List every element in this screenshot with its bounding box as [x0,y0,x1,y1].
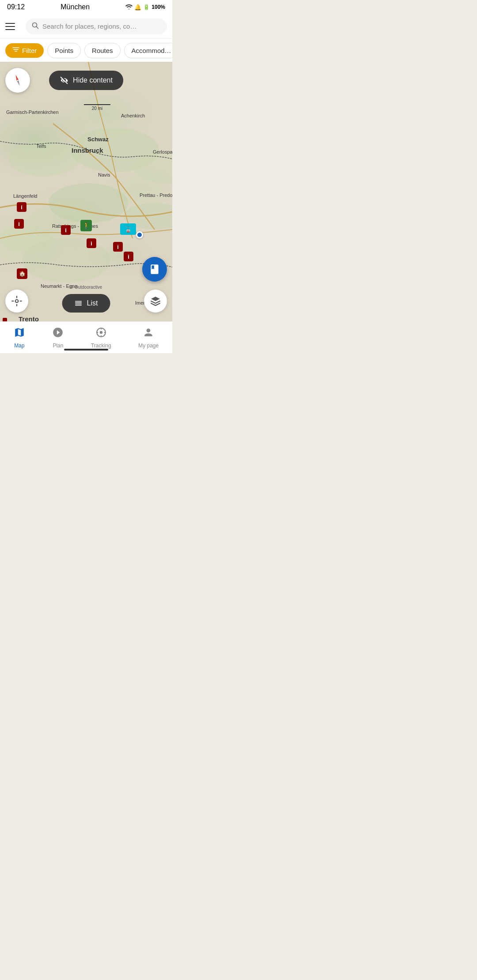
status-bar: 09:12 München 🔔 🔋 100% [0,0,172,14]
mypage-nav-icon [143,327,154,341]
nav-tracking-label: Tracking [91,343,111,349]
marker-info-6[interactable]: i [124,252,133,261]
filter-label: Filter [22,47,37,54]
marker-cable[interactable]: 🚡 [120,223,136,235]
nav-mypage[interactable]: My page [131,323,166,352]
menu-line-1 [5,23,15,24]
map-background [0,62,172,321]
routes-button[interactable]: Routes [84,43,121,58]
battery-percent: 100% [151,4,165,10]
status-icons: 🔔 🔋 100% [125,4,165,11]
search-bar[interactable]: Search for places, regions, co… [26,19,167,34]
alarm-icon: 🔔 [134,4,141,11]
top-bar: Search for places, regions, co… [0,14,172,39]
book-icon [149,264,160,275]
status-time: 09:12 [7,3,25,11]
svg-marker-10 [17,80,21,86]
accommodations-label: Accommod… [132,47,171,54]
list-button[interactable]: List [62,294,110,313]
battery-icon: 🔋 [143,4,150,10]
accommodations-button[interactable]: Accommod… [124,43,172,58]
tracking-nav-icon [95,327,107,341]
filter-button[interactable]: Filter [5,43,44,58]
marker-info-5[interactable]: i [113,242,123,252]
wifi-icon [125,4,132,11]
fab-layers-button[interactable] [144,290,167,313]
nav-plan[interactable]: Plan [45,323,71,352]
map-nav-icon [14,327,25,341]
svg-point-14 [100,331,103,334]
map-container[interactable]: Garmisch-Partenkirchen Schwaz Innsbruck … [0,62,172,321]
nav-tracking[interactable]: Tracking [84,323,118,352]
marker-walk-1[interactable]: 🚶 [80,220,92,231]
marker-info-3[interactable]: i [61,225,71,235]
attribution: © Outdooractive [70,285,102,290]
marker-small-4 [3,318,7,321]
points-label: Points [55,47,73,54]
nav-map-label: Map [14,343,24,349]
routes-label: Routes [92,47,113,54]
svg-marker-9 [15,75,19,81]
hide-content-label: Hide content [73,76,113,84]
fab-book-button[interactable] [142,257,167,282]
marker-info-4[interactable]: i [87,238,96,248]
marker-shelter-2[interactable]: 🏠 [17,268,27,279]
menu-line-3 [5,29,15,30]
layers-icon [150,296,161,306]
hide-content-button[interactable]: Hide content [49,71,123,90]
scale-line [84,104,110,105]
nav-mypage-label: My page [138,343,159,349]
plan-nav-icon [52,327,64,341]
location-icon [11,295,23,307]
location-dot [136,231,143,238]
svg-point-12 [15,300,19,303]
compass[interactable] [5,68,30,93]
nav-map[interactable]: Map [7,323,32,352]
hide-icon [60,76,68,85]
list-label: List [87,299,98,307]
search-placeholder: Search for places, regions, co… [42,23,136,30]
nav-plan-label: Plan [53,343,63,349]
filter-row: Filter Points Routes Accommod… [0,39,172,62]
marker-info-2[interactable]: i [14,219,24,229]
status-city: München [61,3,90,11]
bottom-indicator [64,349,108,351]
points-button[interactable]: Points [47,43,81,58]
scale-label: 20 mi [92,106,102,111]
marker-info-1[interactable]: i [17,202,26,212]
svg-line-1 [37,26,38,28]
menu-button[interactable] [5,19,21,34]
list-icon [75,299,83,307]
compass-needle [9,72,26,89]
scale-bar: 20 mi [84,104,110,111]
menu-line-2 [5,26,15,27]
search-icon [32,22,39,31]
fab-location-button[interactable] [5,290,28,313]
